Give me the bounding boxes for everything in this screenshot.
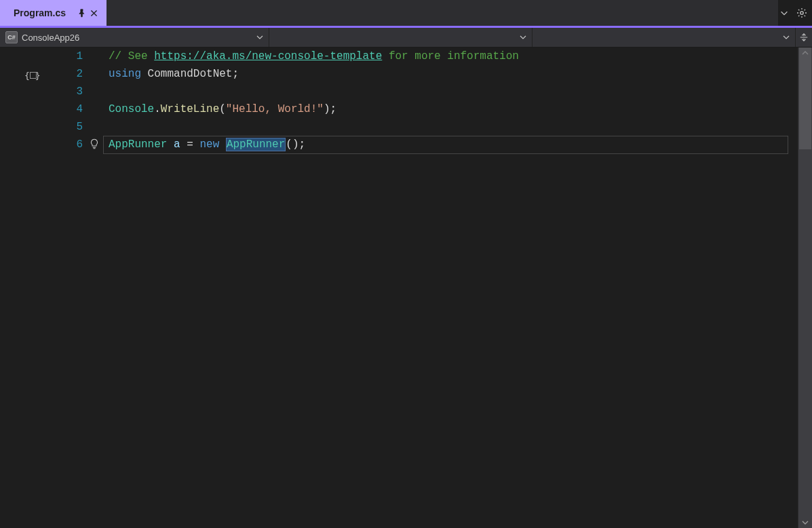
type-dropdown[interactable]	[269, 28, 533, 47]
selection: AppRunner	[226, 138, 286, 151]
vertical-scrollbar[interactable]	[798, 48, 812, 528]
chevron-down-icon	[783, 34, 790, 41]
close-icon[interactable]	[88, 7, 100, 19]
outline-margin	[0, 48, 22, 528]
code-line: // See https://aka.ms/new-console-templa…	[109, 48, 798, 65]
line-number: 4	[22, 100, 83, 118]
scope-dropdown[interactable]: C# ConsoleApp26	[0, 28, 269, 47]
lightbulb-icon[interactable]	[87, 136, 102, 151]
file-tab-label: Program.cs	[14, 7, 66, 18]
expand-box-icon	[30, 72, 37, 79]
line-number: 6	[22, 136, 83, 153]
pin-icon[interactable]	[75, 7, 88, 19]
csharp-icon: C#	[5, 31, 18, 43]
structure-glyph[interactable]: { }	[24, 67, 40, 85]
navigation-bar: C# ConsoleApp26	[0, 28, 812, 48]
line-number: 3	[22, 83, 83, 100]
editor-window: Program.cs C# ConsoleApp26	[0, 0, 812, 528]
code-editor[interactable]: { } 1 2 3 4 5 6 // See https://aka.ms/ne…	[0, 48, 812, 528]
code-line: AppRunner a = new AppRunner();	[109, 136, 798, 153]
code-line	[109, 118, 798, 136]
scroll-down-icon[interactable]	[798, 517, 812, 528]
code-area[interactable]: // See https://aka.ms/new-console-templa…	[106, 48, 798, 528]
split-editor-icon[interactable]	[796, 28, 812, 47]
code-line	[109, 83, 798, 100]
svg-point-0	[800, 12, 803, 14]
tab-strip: Program.cs	[0, 0, 812, 26]
line-number: 1	[22, 48, 83, 65]
overflow-menu-icon[interactable]	[778, 7, 790, 19]
line-number-gutter: 1 2 3 4 5 6	[22, 48, 90, 528]
chevron-down-icon	[256, 34, 263, 41]
line-number: 5	[22, 118, 83, 136]
file-tab[interactable]: Program.cs	[0, 0, 107, 26]
indicator-margin	[90, 48, 106, 528]
code-line: using CommandDotNet;	[109, 65, 798, 83]
gear-icon[interactable]	[796, 7, 808, 19]
chevron-down-icon	[520, 34, 526, 41]
tab-strip-actions	[778, 0, 812, 26]
member-dropdown[interactable]	[533, 28, 796, 47]
scope-label: ConsoleApp26	[22, 33, 79, 43]
code-line: Console.WriteLine("Hello, World!");	[109, 100, 798, 118]
scrollbar-thumb[interactable]	[799, 48, 811, 149]
hyperlink[interactable]: https://aka.ms/new-console-template	[154, 50, 382, 62]
